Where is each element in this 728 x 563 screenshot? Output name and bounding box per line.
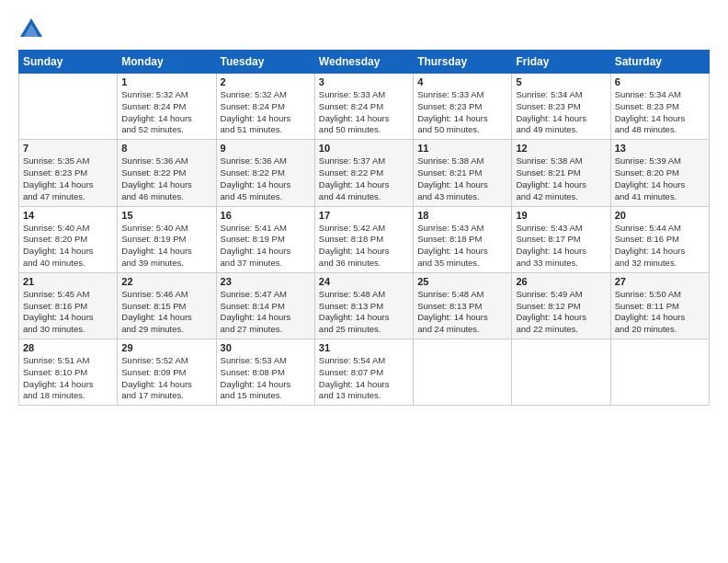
day-info: Sunrise: 5:48 AM Sunset: 8:13 PM Dayligh… [319, 289, 409, 336]
calendar-week-row: 21Sunrise: 5:45 AM Sunset: 8:16 PM Dayli… [19, 272, 710, 339]
day-info: Sunrise: 5:53 AM Sunset: 8:08 PM Dayligh… [221, 355, 311, 402]
calendar-cell: 5Sunrise: 5:34 AM Sunset: 8:23 PM Daylig… [512, 74, 610, 140]
calendar-cell: 18Sunrise: 5:43 AM Sunset: 8:18 PM Dayli… [414, 206, 512, 272]
calendar-week-row: 28Sunrise: 5:51 AM Sunset: 8:10 PM Dayli… [19, 339, 710, 406]
calendar-cell [19, 74, 118, 140]
day-info: Sunrise: 5:49 AM Sunset: 8:12 PM Dayligh… [516, 289, 606, 336]
day-number: 26 [516, 276, 606, 287]
day-number: 8 [121, 143, 211, 154]
calendar-cell: 17Sunrise: 5:42 AM Sunset: 8:18 PM Dayli… [314, 206, 413, 272]
day-number: 4 [417, 76, 507, 87]
day-info: Sunrise: 5:44 AM Sunset: 8:16 PM Dayligh… [615, 223, 705, 270]
calendar-cell: 12Sunrise: 5:38 AM Sunset: 8:21 PM Dayli… [512, 140, 610, 206]
day-number: 1 [121, 76, 211, 87]
day-number: 20 [615, 210, 705, 221]
calendar-cell: 10Sunrise: 5:37 AM Sunset: 8:22 PM Dayli… [314, 140, 413, 206]
calendar-cell: 9Sunrise: 5:36 AM Sunset: 8:22 PM Daylig… [216, 140, 314, 206]
day-info: Sunrise: 5:39 AM Sunset: 8:20 PM Dayligh… [615, 155, 705, 202]
calendar-cell [512, 339, 610, 406]
day-info: Sunrise: 5:37 AM Sunset: 8:22 PM Dayligh… [319, 155, 409, 202]
day-info: Sunrise: 5:46 AM Sunset: 8:15 PM Dayligh… [121, 289, 211, 336]
calendar-cell [414, 339, 512, 406]
day-number: 31 [319, 342, 409, 353]
day-info: Sunrise: 5:34 AM Sunset: 8:23 PM Dayligh… [516, 89, 606, 136]
day-info: Sunrise: 5:38 AM Sunset: 8:21 PM Dayligh… [417, 155, 507, 202]
calendar-cell: 16Sunrise: 5:41 AM Sunset: 8:19 PM Dayli… [216, 206, 314, 272]
logo-icon [18, 17, 44, 42]
calendar-table: SundayMondayTuesdayWednesdayThursdayFrid… [18, 50, 710, 406]
calendar-cell: 20Sunrise: 5:44 AM Sunset: 8:16 PM Dayli… [610, 206, 709, 272]
calendar-cell: 31Sunrise: 5:54 AM Sunset: 8:07 PM Dayli… [314, 339, 413, 406]
day-number: 9 [221, 143, 311, 154]
day-number: 6 [615, 76, 705, 87]
day-info: Sunrise: 5:36 AM Sunset: 8:22 PM Dayligh… [221, 155, 311, 202]
calendar-cell: 8Sunrise: 5:36 AM Sunset: 8:22 PM Daylig… [118, 140, 216, 206]
calendar-cell: 28Sunrise: 5:51 AM Sunset: 8:10 PM Dayli… [19, 339, 118, 406]
calendar-cell: 6Sunrise: 5:34 AM Sunset: 8:23 PM Daylig… [610, 74, 709, 140]
day-info: Sunrise: 5:41 AM Sunset: 8:19 PM Dayligh… [221, 223, 311, 270]
day-number: 7 [23, 143, 113, 154]
day-info: Sunrise: 5:52 AM Sunset: 8:09 PM Dayligh… [121, 355, 211, 402]
day-info: Sunrise: 5:42 AM Sunset: 8:18 PM Dayligh… [319, 223, 409, 270]
calendar-week-row: 1Sunrise: 5:32 AM Sunset: 8:24 PM Daylig… [19, 74, 710, 140]
day-number: 19 [516, 210, 606, 221]
calendar-week-row: 7Sunrise: 5:35 AM Sunset: 8:23 PM Daylig… [19, 140, 710, 206]
calendar-day-header: Saturday [610, 51, 709, 74]
day-number: 16 [221, 210, 311, 221]
day-number: 21 [23, 276, 113, 287]
day-info: Sunrise: 5:38 AM Sunset: 8:21 PM Dayligh… [516, 155, 606, 202]
day-number: 11 [417, 143, 507, 154]
calendar-cell: 13Sunrise: 5:39 AM Sunset: 8:20 PM Dayli… [610, 140, 709, 206]
day-info: Sunrise: 5:34 AM Sunset: 8:23 PM Dayligh… [615, 89, 705, 136]
calendar-cell: 30Sunrise: 5:53 AM Sunset: 8:08 PM Dayli… [216, 339, 314, 406]
calendar-week-row: 14Sunrise: 5:40 AM Sunset: 8:20 PM Dayli… [19, 206, 710, 272]
calendar-day-header: Sunday [19, 51, 118, 74]
day-number: 28 [23, 342, 113, 353]
day-number: 29 [121, 342, 211, 353]
day-number: 27 [615, 276, 705, 287]
day-number: 23 [221, 276, 311, 287]
day-info: Sunrise: 5:33 AM Sunset: 8:24 PM Dayligh… [319, 89, 409, 136]
calendar-cell: 21Sunrise: 5:45 AM Sunset: 8:16 PM Dayli… [19, 272, 118, 339]
day-number: 25 [417, 276, 507, 287]
day-number: 2 [221, 76, 311, 87]
calendar-day-header: Tuesday [216, 51, 314, 74]
calendar-cell: 25Sunrise: 5:48 AM Sunset: 8:13 PM Dayli… [414, 272, 512, 339]
calendar-cell: 19Sunrise: 5:43 AM Sunset: 8:17 PM Dayli… [512, 206, 610, 272]
day-info: Sunrise: 5:33 AM Sunset: 8:23 PM Dayligh… [417, 89, 507, 136]
day-info: Sunrise: 5:43 AM Sunset: 8:18 PM Dayligh… [417, 223, 507, 270]
day-number: 13 [615, 143, 705, 154]
calendar-cell: 24Sunrise: 5:48 AM Sunset: 8:13 PM Dayli… [314, 272, 413, 339]
day-info: Sunrise: 5:36 AM Sunset: 8:22 PM Dayligh… [121, 155, 211, 202]
day-info: Sunrise: 5:35 AM Sunset: 8:23 PM Dayligh… [23, 155, 113, 202]
day-info: Sunrise: 5:43 AM Sunset: 8:17 PM Dayligh… [516, 223, 606, 270]
day-number: 24 [319, 276, 409, 287]
calendar-cell: 3Sunrise: 5:33 AM Sunset: 8:24 PM Daylig… [314, 74, 413, 140]
calendar-cell [610, 339, 709, 406]
day-info: Sunrise: 5:40 AM Sunset: 8:19 PM Dayligh… [121, 223, 211, 270]
day-number: 5 [516, 76, 606, 87]
calendar-header-row: SundayMondayTuesdayWednesdayThursdayFrid… [19, 51, 710, 74]
calendar-cell: 11Sunrise: 5:38 AM Sunset: 8:21 PM Dayli… [414, 140, 512, 206]
day-info: Sunrise: 5:50 AM Sunset: 8:11 PM Dayligh… [615, 289, 705, 336]
day-info: Sunrise: 5:32 AM Sunset: 8:24 PM Dayligh… [121, 89, 211, 136]
day-number: 17 [319, 210, 409, 221]
calendar-cell: 1Sunrise: 5:32 AM Sunset: 8:24 PM Daylig… [118, 74, 216, 140]
day-number: 10 [319, 143, 409, 154]
page: SundayMondayTuesdayWednesdayThursdayFrid… [0, 0, 728, 563]
day-number: 18 [417, 210, 507, 221]
day-number: 14 [23, 210, 113, 221]
calendar-cell: 26Sunrise: 5:49 AM Sunset: 8:12 PM Dayli… [512, 272, 610, 339]
day-info: Sunrise: 5:45 AM Sunset: 8:16 PM Dayligh… [23, 289, 113, 336]
day-info: Sunrise: 5:51 AM Sunset: 8:10 PM Dayligh… [23, 355, 113, 402]
day-number: 15 [121, 210, 211, 221]
day-info: Sunrise: 5:32 AM Sunset: 8:24 PM Dayligh… [221, 89, 311, 136]
calendar-day-header: Wednesday [314, 51, 413, 74]
calendar-cell: 15Sunrise: 5:40 AM Sunset: 8:19 PM Dayli… [118, 206, 216, 272]
day-number: 30 [221, 342, 311, 353]
day-number: 12 [516, 143, 606, 154]
calendar-day-header: Thursday [414, 51, 512, 74]
calendar-cell: 29Sunrise: 5:52 AM Sunset: 8:09 PM Dayli… [118, 339, 216, 406]
calendar-cell: 7Sunrise: 5:35 AM Sunset: 8:23 PM Daylig… [19, 140, 118, 206]
day-number: 22 [121, 276, 211, 287]
